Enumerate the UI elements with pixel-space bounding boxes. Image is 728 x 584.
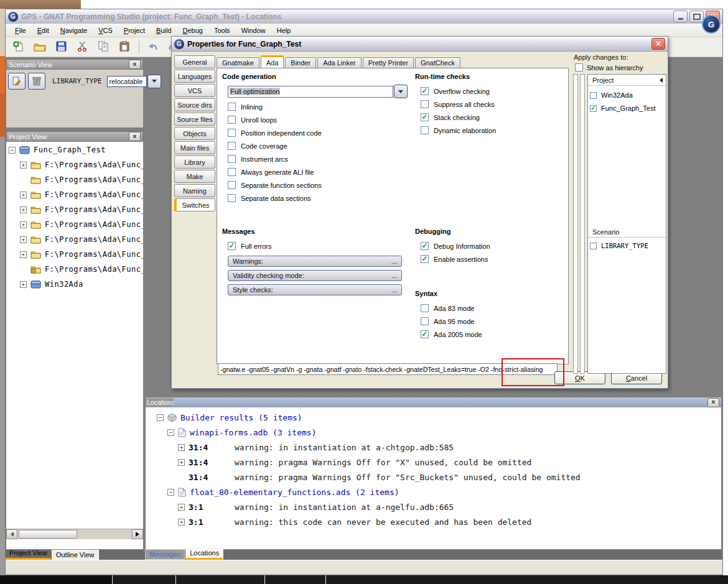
locations-window-tab[interactable]: Locations [146,398,174,407]
checkbox[interactable] [228,142,236,150]
taskbar-window-button[interactable] [112,575,176,584]
menu-window[interactable]: Window [236,25,271,36]
checkbox[interactable] [228,103,236,111]
dialog-side-tab-naming[interactable]: Naming [174,184,215,197]
tree-row[interactable]: +F:\Programs\Ada\Func_ [6,202,143,217]
expander-icon[interactable]: + [178,519,185,526]
dialog-side-tab-main-files[interactable]: Main files [174,141,215,154]
style-checks--button[interactable]: Style checks:... [228,284,402,295]
dialog-tab-binder[interactable]: Binder [285,57,316,68]
tab-project-view[interactable]: Project View [6,549,51,560]
tree-row[interactable]: +F:\Programs\Ada\Func_ [6,157,143,172]
expander-icon[interactable]: + [178,459,185,466]
scenario-delete-button[interactable] [28,73,45,90]
expander-icon[interactable]: − [157,414,164,421]
locations-close-icon[interactable] [707,398,719,407]
checkbox[interactable] [421,113,429,121]
tree-row[interactable]: +F:\Programs\Ada\Func_ [6,217,143,232]
expander-icon[interactable]: + [178,504,185,511]
expander-icon[interactable]: + [20,251,27,258]
dialog-side-tab-source-dirs[interactable]: Source dirs [174,98,215,111]
dialog-close-icon[interactable] [651,38,665,50]
dialog-tab-gnatcheck[interactable]: GnatCheck [415,57,460,68]
scenario-value[interactable]: relocatable [107,76,147,87]
expander-icon[interactable]: + [178,444,185,451]
taskbar-window-button[interactable] [325,575,728,584]
menu-debug[interactable]: Debug [177,25,208,36]
tree-row[interactable]: +F:\Programs\Ada\Func_ [6,262,143,277]
menu-tools[interactable]: Tools [208,25,236,36]
undo-button[interactable] [144,39,161,55]
maximize-button[interactable] [689,11,704,22]
checkbox[interactable] [228,168,236,176]
tree-row[interactable]: +Win32Ada [6,277,143,292]
dialog-side-tab-library[interactable]: Library [174,155,215,169]
checkbox[interactable] [421,330,429,338]
menu-help[interactable]: Help [271,25,297,36]
location-row[interactable]: −Builder results (5 items) [157,410,721,425]
tab-messages[interactable]: Messages [145,549,185,560]
project-column-header[interactable]: Project [588,75,666,86]
expander-icon[interactable]: + [20,162,27,169]
dialog-tab-ada-linker[interactable]: Ada Linker [317,57,362,68]
new-file-button[interactable] [11,39,27,55]
cut-button[interactable] [74,39,90,55]
location-row[interactable]: −winapi-forms.adb (3 items) [167,425,721,440]
scenario-edit-button[interactable] [8,73,26,90]
copy-button[interactable] [95,39,111,55]
checkbox[interactable] [590,92,597,99]
hierarchy-checkbox[interactable] [575,63,583,72]
expander-icon[interactable]: + [20,236,27,243]
expander-icon[interactable]: + [20,206,27,213]
checkbox[interactable] [421,87,429,95]
tree-row[interactable]: +F:\Programs\Ada\Func_ [6,247,143,262]
menu-navigate[interactable]: Navigate [55,25,93,36]
chevron-down-icon[interactable] [394,85,408,98]
checkbox[interactable] [228,116,236,124]
location-row[interactable]: +31:4warning: in instantiation at a-chtg… [178,440,721,455]
dialog-side-tab-general[interactable]: General [174,55,215,68]
tab-outline-view[interactable]: Outline View [52,550,99,560]
dialog-side-tab-switches[interactable]: Switches [174,198,215,211]
location-row[interactable]: +31:4warning: pragma Warnings Off for "X… [178,455,721,470]
checkbox[interactable] [421,126,429,134]
dialog-side-tab-make[interactable]: Make [174,170,215,183]
checkbox[interactable] [228,155,236,163]
checkbox[interactable] [421,242,429,250]
checkbox[interactable] [421,317,429,325]
dialog-tab-pretty-printer[interactable]: Pretty Printer [363,57,414,68]
warnings--button[interactable]: Warnings:... [228,256,402,267]
checkbox[interactable] [590,243,597,249]
checkbox[interactable] [421,304,429,312]
open-folder-button[interactable] [32,39,48,55]
dialog-tab-gnatmake[interactable]: Gnatmake [217,57,259,68]
checkbox[interactable] [228,181,236,189]
location-row[interactable]: +3:1warning: this code can never be exec… [178,514,721,529]
dialog-tab-ada[interactable]: Ada [261,55,284,68]
menu-project[interactable]: Project [118,25,151,36]
optimization-combo[interactable]: Full optimization [228,85,409,98]
apply-target-row[interactable]: LIBRARY_TYPE [590,240,648,251]
checkbox[interactable] [590,105,597,112]
horizontal-scrollbar[interactable] [6,529,143,539]
chevron-down-icon[interactable] [147,75,161,88]
expander-icon[interactable]: − [9,147,16,154]
tree-row[interactable]: +F:\Programs\Ada\Func_ [6,187,143,202]
expander-icon[interactable]: − [167,429,174,436]
validity-checking-mode--button[interactable]: Validity checking mode:... [228,270,402,281]
tab-locations[interactable]: Locations [185,548,223,560]
checkbox[interactable] [228,194,236,202]
dialog-side-tab-objects[interactable]: Objects [174,127,215,140]
scenario-value-combo[interactable]: relocatable [107,75,161,88]
expander-icon[interactable]: + [20,281,27,288]
menu-vcs[interactable]: VCS [93,25,118,36]
checkbox[interactable] [228,129,236,137]
expander-icon[interactable]: − [167,489,174,496]
dialog-side-tab-vcs[interactable]: VCS [174,84,215,97]
minimize-button[interactable] [673,11,688,22]
apply-target-row[interactable]: Func_Graph_Test [590,103,655,114]
checkbox[interactable] [228,242,236,250]
optimization-field[interactable]: Full optimization [228,86,393,98]
menu-file[interactable]: File [9,25,32,36]
expander-icon[interactable]: + [20,192,27,198]
